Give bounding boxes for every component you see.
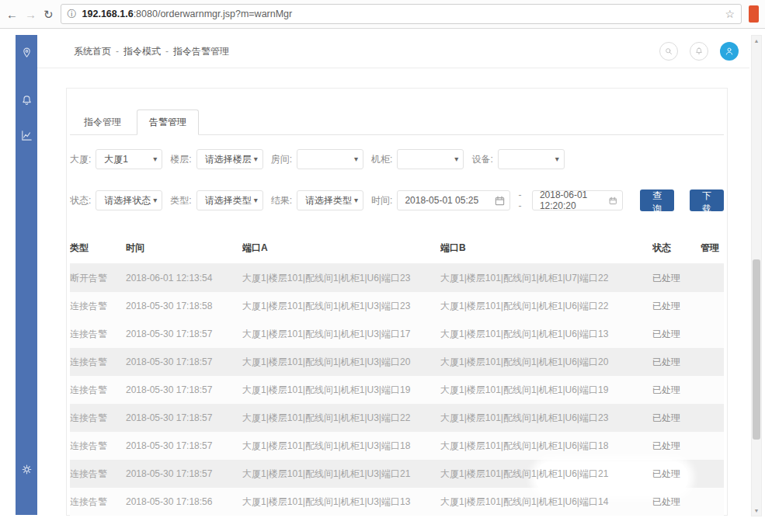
type-cell: 连接告警 [70,412,126,425]
browser-bar: ← → ↻ ⓘ 192.168.1.6:8080/orderwarnmgr.js… [0,0,765,29]
notifications-button[interactable] [690,42,708,61]
time-cell: 2018-05-30 17:18:57 [126,356,242,367]
port-b-cell: 大厦1|楼层101|配线间1|机柜1|U6|端口20 [440,356,652,369]
screen: ← → ↻ ⓘ 192.168.1.6:8080/orderwarnmgr.js… [0,0,765,532]
time-cell: 2018-05-30 17:18:56 [126,496,242,507]
time-cell: 2018-05-30 17:18:57 [126,329,242,339]
bell-icon [20,94,33,107]
cabinet-select[interactable]: ▾ [397,149,464,169]
type-select[interactable]: 请选择类型▾ [196,190,263,210]
date-from-input[interactable]: 2018-05-01 05:25 [397,190,510,210]
chevron-down-icon: ▾ [254,196,258,204]
url-text: 192.168.1.6:8080/orderwarnmgr.jsp?m=warn… [82,9,293,19]
status-cell: 已处理 [652,300,701,313]
chevron-down-icon: ▾ [153,155,157,163]
time-cell: 2018-06-01 12:13:54 [126,273,242,283]
port-a-cell: 大厦1|楼层101|配线间1|机柜1|U3|端口18 [242,440,440,453]
col-time: 时间 [126,242,242,255]
status-select[interactable]: 请选择状态▾ [96,190,162,210]
chevron-down-icon: ▾ [153,196,157,204]
time-cell: 2018-05-30 17:18:57 [126,412,242,423]
bell-icon [694,47,704,56]
building-select[interactable]: 大厦1▾ [96,149,162,169]
search-button[interactable] [659,42,678,61]
filter-row-criteria: 状态: 请选择状态▾ 类型: 请选择类型▾ 结果: 请选择类型▾ 时间: 201… [70,190,724,211]
device-select[interactable]: ▾ [498,149,565,169]
bookmark-star-icon[interactable]: ☆ [725,8,735,20]
port-b-cell: 大厦1|楼层101|配线间1|机柜1|U6|端口18 [440,440,652,453]
cabinet-label: 机柜: [371,153,392,166]
scroll-down-arrow[interactable]: ▼ [752,508,761,513]
table-row: 连接告警 2018-05-30 17:18:57 大厦1|楼层101|配线间1|… [70,404,724,432]
result-label: 结果: [271,194,292,207]
status-cell: 已处理 [652,272,701,285]
table-body: 断开告警 2018-06-01 12:13:54 大厦1|楼层101|配线间1|… [70,264,724,516]
status-cell: 已处理 [652,412,701,425]
sidebar-item-reports[interactable] [16,127,37,144]
result-select[interactable]: 请选择类型▾ [297,190,363,210]
query-button[interactable]: 查询 [640,190,674,211]
port-a-cell: 大厦1|楼层101|配线间1|机柜1|U3|端口21 [242,468,440,481]
col-type: 类型 [70,242,126,255]
chevron-down-icon: ▾ [555,155,559,163]
map-pin-icon [20,47,33,60]
status-cell: 已处理 [652,356,701,369]
port-b-cell: 大厦1|楼层101|配线间1|机柜1|U7|端口22 [440,272,652,285]
sidebar-item-settings[interactable] [16,461,37,478]
scroll-up-arrow[interactable]: ▲ [752,38,761,43]
breadcrumb: 系统首页 - 指令模式 - 指令告警管理 [74,45,229,58]
download-button[interactable]: 下载 [690,190,724,211]
room-select[interactable]: ▾ [297,149,363,169]
calendar-icon[interactable] [495,196,505,206]
tab-alarm-management[interactable]: 告警管理 [137,110,199,135]
user-icon [724,46,735,57]
type-cell: 连接告警 [70,300,126,313]
breadcrumb-home[interactable]: 系统首页 [74,45,111,58]
page-info-icon[interactable]: ⓘ [68,8,77,21]
sidebar-item-alarms[interactable] [16,92,37,109]
floor-label: 楼层: [170,153,191,166]
chart-icon [20,129,33,142]
tab-command-management[interactable]: 指令管理 [71,110,134,135]
floor-select[interactable]: 请选择楼层▾ [196,149,263,169]
col-status: 状态 [652,242,701,255]
port-b-cell: 大厦1|楼层101|配线间1|机柜1|U6|端口21 [440,468,652,481]
alarm-table: 类型 时间 端口A 端口B 状态 管理 断开告警 2018-06-01 12:1… [70,232,724,516]
chevron-down-icon: ▾ [254,155,258,163]
port-b-cell: 大厦1|楼层101|配线间1|机柜1|U6|端口23 [440,412,652,425]
forward-button[interactable]: → [25,9,37,20]
back-button[interactable]: ← [6,9,18,20]
col-port-b: 端口B [440,242,652,255]
date-to-input[interactable]: 2018-06-01 12:20:20 [532,190,623,210]
scrollbar[interactable]: ▲ ▼ [751,35,762,516]
type-cell: 连接告警 [70,384,126,397]
status-cell: 已处理 [652,468,701,481]
search-icon [664,47,673,56]
url-path: :8080/orderwarnmgr.jsp?m=warnMgr [134,9,293,19]
table-header: 类型 时间 端口A 端口B 状态 管理 [70,232,724,264]
browser-extension-icon[interactable] [749,5,759,23]
port-a-cell: 大厦1|楼层101|配线间1|机柜1|U3|端口22 [242,412,440,425]
table-row: 连接告警 2018-05-30 17:18:57 大厦1|楼层101|配线间1|… [70,376,724,404]
breadcrumb-command-mode[interactable]: 指令模式 [123,45,161,58]
user-avatar[interactable] [720,42,739,61]
scrollbar-thumb[interactable] [753,259,760,440]
gear-icon [20,463,33,476]
sidebar-item-map[interactable] [16,44,37,61]
status-cell: 已处理 [652,384,701,397]
type-cell: 连接告警 [70,328,126,341]
type-cell: 连接告警 [70,495,126,509]
table-row: 连接告警 2018-05-30 17:18:58 大厦1|楼层101|配线间1|… [70,292,724,320]
address-bar[interactable]: ⓘ 192.168.1.6:8080/orderwarnmgr.jsp?m=wa… [61,4,742,24]
calendar-icon[interactable] [609,196,617,206]
time-cell: 2018-05-30 17:18:57 [126,440,242,451]
port-b-cell: 大厦1|楼层101|配线间1|机柜1|U6|端口14 [440,495,652,509]
breadcrumb-separator: - [165,46,169,57]
table-row: 断开告警 2018-06-01 12:13:54 大厦1|楼层101|配线间1|… [70,264,724,292]
time-label: 时间: [371,194,392,207]
chevron-down-icon: ▾ [354,155,358,163]
topbar-icons [659,42,739,61]
port-b-cell: 大厦1|楼层101|配线间1|机柜1|U6|端口22 [440,300,652,313]
time-cell: 2018-05-30 17:18:57 [126,468,242,479]
reload-button[interactable]: ↻ [43,9,54,20]
